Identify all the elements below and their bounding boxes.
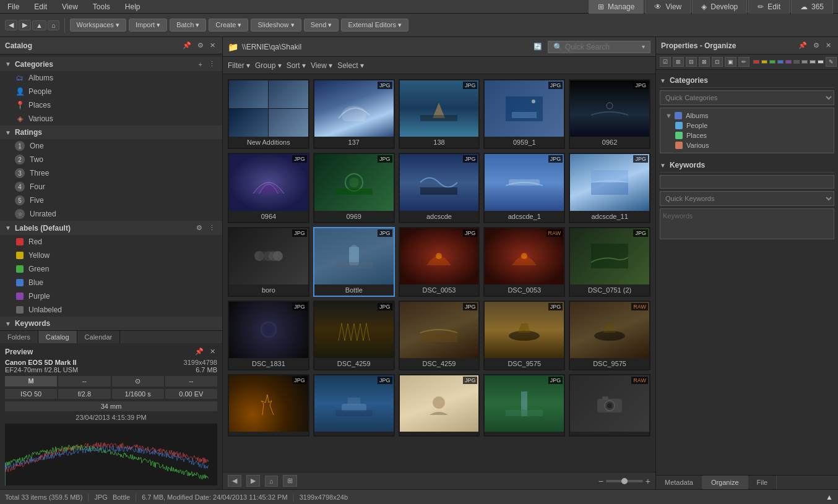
keywords-search-input[interactable] bbox=[660, 175, 834, 189]
tab-edit[interactable]: ✏ Edit bbox=[748, 0, 790, 14]
rt-btn2[interactable]: ⊟ bbox=[686, 57, 697, 67]
photo-thumb-adcscde11[interactable]: JPG adcscde_11 bbox=[569, 153, 650, 223]
sidebar-item-various[interactable]: ◈ Various bbox=[0, 112, 222, 126]
photo-thumb-dsc4259-jpg2[interactable]: JPG DSC_4259 bbox=[399, 301, 480, 370]
menu-view[interactable]: View bbox=[59, 1, 80, 12]
tab-view[interactable]: 👁 View bbox=[645, 0, 691, 14]
zoom-slider[interactable] bbox=[606, 480, 643, 482]
photo-thumb-dsc9575-jpg[interactable]: JPG DSC_9575 bbox=[483, 301, 565, 370]
right-close-button[interactable]: ✕ bbox=[824, 41, 833, 50]
send-button[interactable]: Send ▾ bbox=[304, 19, 339, 32]
grid-nav-home[interactable]: ⌂ bbox=[265, 476, 278, 487]
cat-tree-item-places[interactable]: Places bbox=[663, 130, 831, 140]
right-keywords-header[interactable]: ▼ Keywords bbox=[660, 158, 834, 173]
catalog-tab[interactable]: Catalog bbox=[38, 331, 77, 343]
photo-thumb-sparks[interactable]: JPG bbox=[228, 374, 309, 437]
workspaces-button[interactable]: Workspaces ▾ bbox=[70, 19, 126, 32]
photo-thumb-0962[interactable]: JPG 0962 bbox=[569, 79, 650, 149]
calendar-tab[interactable]: Calendar bbox=[77, 331, 121, 343]
right-categories-header[interactable]: ▼ Categories bbox=[660, 74, 834, 88]
rt-btn4[interactable]: ⊡ bbox=[712, 57, 723, 67]
filter-button[interactable]: Filter ▾ bbox=[228, 61, 250, 70]
rating-item-two[interactable]: 2 Two bbox=[0, 153, 222, 166]
zoom-out-button[interactable]: − bbox=[598, 476, 603, 486]
folders-tab[interactable]: Folders bbox=[0, 331, 38, 343]
sidebar-item-blue[interactable]: Blue bbox=[0, 276, 222, 289]
tab-metadata[interactable]: Metadata bbox=[656, 476, 702, 489]
photo-thumb-adcscde[interactable]: JPG adcscde bbox=[399, 153, 480, 223]
preview-pin-button[interactable]: 📌 bbox=[193, 347, 205, 356]
ratings-section-header[interactable]: ▼ Ratings bbox=[0, 126, 222, 139]
rating-item-three[interactable]: 3 Three bbox=[0, 166, 222, 180]
photo-thumb-dsc0751[interactable]: JPG DSC_0751 (2) bbox=[569, 227, 650, 297]
photo-thumb-dsc0053-jpg[interactable]: JPG DSC_0053 bbox=[399, 227, 480, 297]
catalog-pin-button[interactable]: 📌 bbox=[181, 41, 193, 50]
add-category-button[interactable]: + bbox=[197, 59, 204, 69]
menu-edit[interactable]: Edit bbox=[32, 1, 50, 12]
menu-help[interactable]: Help bbox=[123, 1, 143, 12]
forward-button[interactable]: ▶ bbox=[19, 20, 31, 30]
rt-btn5[interactable]: ▣ bbox=[725, 57, 736, 67]
photo-thumb-portrait[interactable]: JPG bbox=[399, 374, 480, 437]
photo-thumb-0959[interactable]: JPG 0959_1 bbox=[483, 79, 565, 149]
grid-nav-prev[interactable]: ◀ bbox=[228, 475, 241, 487]
grid-nav-next[interactable]: ▶ bbox=[246, 475, 260, 487]
sidebar-item-people[interactable]: 👤 People bbox=[0, 85, 222, 98]
photo-thumb-boro[interactable]: JPG boro bbox=[228, 227, 309, 297]
zoom-in-button[interactable]: + bbox=[646, 476, 650, 486]
search-input[interactable] bbox=[565, 43, 639, 51]
photo-thumb-0964[interactable]: JPG 0964 bbox=[228, 153, 309, 223]
keywords-section-header[interactable]: ▼ Keywords bbox=[0, 317, 222, 330]
back-button[interactable]: ◀ bbox=[5, 20, 17, 30]
rt-green[interactable] bbox=[769, 60, 775, 64]
menu-file[interactable]: File bbox=[5, 1, 22, 12]
photo-thumb-dsc9575-raw[interactable]: RAW DSC_9575 bbox=[569, 301, 650, 370]
rt-btn6[interactable]: ✏ bbox=[738, 57, 749, 67]
rt-yellow[interactable] bbox=[761, 60, 767, 64]
labels-section-header[interactable]: ▼ Labels (Default) ⚙ ⋮ bbox=[0, 221, 222, 235]
refresh-button[interactable]: 🔄 bbox=[532, 42, 544, 51]
sidebar-item-yellow[interactable]: Yellow bbox=[0, 249, 222, 262]
sidebar-item-red[interactable]: Red bbox=[0, 235, 222, 249]
labels-more-button[interactable]: ⋮ bbox=[207, 223, 217, 233]
slideshow-button[interactable]: Slideshow ▾ bbox=[251, 19, 301, 32]
labels-settings-button[interactable]: ⚙ bbox=[194, 223, 204, 233]
rt-red[interactable] bbox=[753, 60, 759, 64]
menu-tools[interactable]: Tools bbox=[90, 1, 113, 12]
select-button[interactable]: Select ▾ bbox=[337, 61, 364, 70]
create-button[interactable]: Create ▾ bbox=[209, 19, 248, 32]
home-button[interactable]: ⌂ bbox=[48, 20, 59, 30]
up-button[interactable]: ▲ bbox=[32, 20, 46, 30]
rt-lightest[interactable] bbox=[818, 60, 824, 64]
preview-close-button[interactable]: ✕ bbox=[208, 347, 217, 356]
import-button[interactable]: Import ▾ bbox=[129, 19, 167, 32]
quick-categories-dropdown[interactable]: Quick Categories bbox=[660, 90, 834, 105]
photo-thumb-camera-raw[interactable]: RAW bbox=[569, 374, 650, 437]
tab-file[interactable]: File bbox=[748, 476, 777, 489]
tab-develop[interactable]: ◈ Develop bbox=[692, 0, 747, 14]
rating-item-five[interactable]: 5 Five bbox=[0, 194, 222, 207]
photo-thumb-bottle[interactable]: JPG Bottle bbox=[313, 227, 395, 297]
rt-checkbox[interactable]: ☑ bbox=[660, 57, 671, 67]
sidebar-item-places[interactable]: 📍 Places bbox=[0, 98, 222, 112]
cat-tree-item-various[interactable]: Various bbox=[663, 140, 831, 150]
photo-thumb-dsc1831[interactable]: JPG DSC_1831 bbox=[228, 301, 309, 370]
sidebar-item-unlabeled[interactable]: Unlabeled bbox=[0, 303, 222, 317]
quick-keywords-dropdown[interactable]: Quick Keywords bbox=[660, 191, 834, 206]
photo-thumb-waterfall[interactable]: JPG bbox=[483, 374, 565, 437]
photo-thumb-dsc0053-raw[interactable]: RAW DSC_0053 bbox=[483, 227, 565, 297]
rating-item-four[interactable]: 4 Four bbox=[0, 180, 222, 194]
rt-grey[interactable] bbox=[793, 60, 800, 64]
tab-365[interactable]: ☁ 365 bbox=[791, 0, 833, 14]
photo-thumb-ship[interactable]: JPG bbox=[313, 374, 395, 437]
tab-organize[interactable]: Organize bbox=[702, 476, 748, 489]
categories-section-header[interactable]: ▼ Categories + ⋮ bbox=[0, 57, 222, 71]
external-editors-button[interactable]: External Editors ▾ bbox=[341, 19, 408, 32]
rt-btn1[interactable]: ⊞ bbox=[673, 57, 684, 67]
sidebar-item-albums[interactable]: 🗂 Albums bbox=[0, 71, 222, 85]
rating-item-unrated[interactable]: ☆ Unrated bbox=[0, 207, 222, 221]
cat-tree-item-people[interactable]: People bbox=[663, 121, 831, 130]
catalog-settings-button[interactable]: ⚙ bbox=[196, 41, 205, 50]
photo-thumb-0969[interactable]: JPG 0969 bbox=[313, 153, 395, 223]
category-settings-button[interactable]: ⋮ bbox=[207, 59, 217, 69]
